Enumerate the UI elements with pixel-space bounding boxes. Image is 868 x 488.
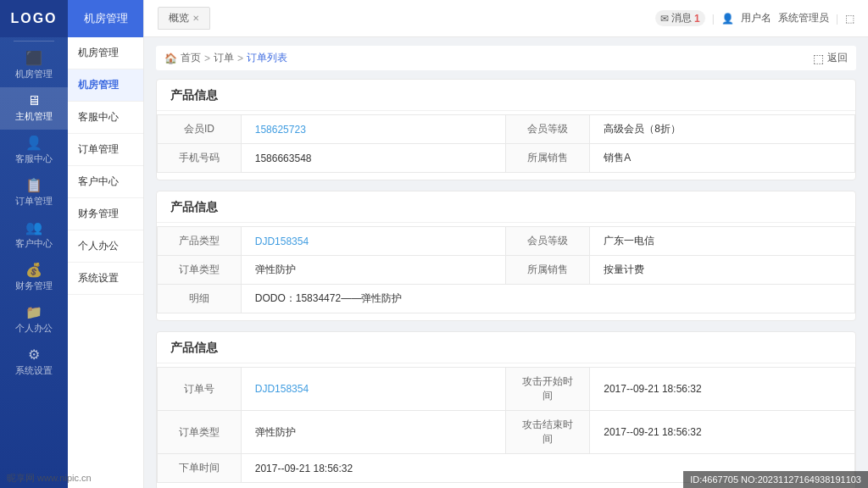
breadcrumb-current: 订单列表 [247,51,287,65]
value-order-no[interactable]: DJD158354 [241,368,506,411]
main-content: 概览 ✕ ✉ 消息 1 | 👤 用户名 系统管理员 | ⬚ 🏠 首页 > 订单 … [144,0,868,488]
label-member-level: 会员等级 [506,115,590,144]
label-attack-start: 攻击开始时间 [506,368,590,411]
machine-icon: ⬛ [25,52,42,65]
label-order-type2: 订单类型 [158,411,242,454]
tab-bar: 概览 ✕ [158,7,210,30]
order-icon: 📋 [25,179,42,192]
sidebar-item-machine[interactable]: ⬛ 机房管理 [0,45,68,87]
sidebar-menu-service[interactable]: 客服中心 [68,102,143,134]
value-sales2: 按量计费 [590,256,855,285]
separator2: | [836,13,838,25]
label-detail: 明细 [158,285,242,313]
finance-icon: 💰 [25,263,42,277]
sidebar-menu-machine2[interactable]: 机房管理 [68,69,143,102]
sidebar-item-service[interactable]: 👤 客服中心 [0,130,68,172]
back-label: 返回 [827,51,848,65]
sidebar-menu-settings[interactable]: 系统设置 [68,263,143,295]
host-icon: 🖥 [27,94,41,108]
table-row: 订单类型 弹性防护 攻击结束时间 2017--09-21 18:56:32 [158,411,855,454]
tab-close-icon[interactable]: ✕ [192,14,199,23]
label-member-id: 会员ID [158,115,242,144]
sidebar-item-customer-label: 客户中心 [15,237,53,250]
value-product-type[interactable]: DJD158354 [241,227,506,256]
table-row: 订单类型 弹性防护 所属销售 按量计费 [158,256,855,285]
customer-icon: 👥 [25,221,42,235]
notification-label: 消息 [671,11,692,25]
watermark: ID:4667705 NO:20231127164938191103 [683,471,868,488]
value-member-id[interactable]: 158625723 [241,115,506,144]
sidebar-menu-machine[interactable]: 机房管理 [68,37,143,69]
breadcrumb-sep2: > [237,53,243,64]
settings-icon: ⚙ [28,348,40,362]
top-bar-right: ✉ 消息 1 | 👤 用户名 系统管理员 | ⬚ [655,10,854,26]
sidebar-item-finance-label: 财务管理 [15,280,53,292]
sidebar-item-order[interactable]: 📋 订单管理 [0,172,68,214]
sidebar-menu-office[interactable]: 个人办公 [68,230,143,263]
table-row: 明细 DODO：15834472——弹性防护 [158,285,855,313]
sidebar-item-machine-label: 机房管理 [15,68,53,80]
sidebar-item-customer[interactable]: 👥 客户中心 [0,214,68,257]
value-attack-end: 2017--09-21 18:56:32 [590,411,855,454]
logo: LOGO [0,0,68,37]
section-1-title: 产品信息 [157,80,855,111]
back-icon: ⬚ [813,52,824,65]
label-phone: 手机号码 [158,144,242,173]
watermark-nipic: 昵享网 www.nipic.cn [0,469,98,488]
sidebar-menu-customer[interactable]: 客户中心 [68,166,143,198]
tab-overview-label: 概览 [169,11,189,25]
label-order-no: 订单号 [158,368,242,411]
back-button[interactable]: ⬚ 返回 [813,51,848,65]
section-1: 产品信息 会员ID 158625723 会员等级 高级会员（8折） 手机号码 1… [156,79,856,180]
breadcrumb-home-icon: 🏠 [164,53,177,64]
nav-divider [14,41,54,42]
office-icon: 📁 [25,306,42,319]
sidebar: 机房管理 机房管理 机房管理 客服中心 订单管理 客户中心 财务管理 个人办公 … [68,0,144,488]
value-detail: DODO：15834472——弹性防护 [241,285,854,313]
sidebar-item-office[interactable]: 📁 个人办公 [0,299,68,341]
sidebar-menu-order[interactable]: 订单管理 [68,134,143,166]
sidebar-item-service-label: 客服中心 [15,152,53,165]
label-member-level2: 会员等级 [506,227,590,256]
value-sales: 销售A [590,144,855,173]
table-row: 产品类型 DJD158354 会员等级 广东一电信 [158,227,855,256]
tab-overview[interactable]: 概览 ✕ [158,7,210,30]
breadcrumb-parent[interactable]: 订单 [214,51,234,65]
value-member-level: 高级会员（8折） [590,115,855,144]
section-2: 产品信息 产品类型 DJD158354 会员等级 广东一电信 订单类型 弹性防护… [156,191,856,321]
user-label[interactable]: 用户名 [741,11,771,25]
section-2-title: 产品信息 [157,191,855,223]
table-row: 手机号码 1586663548 所属销售 销售A [158,144,855,173]
sidebar-item-finance[interactable]: 💰 财务管理 [0,257,68,299]
left-navigation: LOGO ⬛ 机房管理 🖥 主机管理 👤 客服中心 📋 订单管理 👥 客户中心 … [0,0,68,488]
label-sales2: 所属销售 [506,256,590,285]
logout-icon[interactable]: ⬚ [845,13,854,25]
user-icon: 👤 [721,13,734,25]
label-product-type: 产品类型 [158,227,242,256]
sidebar-header: 机房管理 [68,0,143,37]
breadcrumb-home[interactable]: 首页 [181,51,201,65]
sidebar-menu-finance[interactable]: 财务管理 [68,198,143,230]
content-area: 🏠 首页 > 订单 > 订单列表 ⬚ 返回 产品信息 会员ID 15862572… [144,37,868,488]
breadcrumb: 🏠 首页 > 订单 > 订单列表 ⬚ 返回 [156,46,856,70]
section-3-title: 产品信息 [157,332,855,363]
section-3-table: 订单号 DJD158354 攻击开始时间 2017--09-21 18:56:3… [157,367,855,483]
sidebar-item-settings-label: 系统设置 [15,364,53,377]
section-2-table: 产品类型 DJD158354 会员等级 广东一电信 订单类型 弹性防护 所属销售… [157,226,855,313]
table-row: 订单号 DJD158354 攻击开始时间 2017--09-21 18:56:3… [158,368,855,411]
sidebar-item-office-label: 个人办公 [15,322,53,335]
notification-area[interactable]: ✉ 消息 1 [655,10,705,26]
system-label[interactable]: 系统管理员 [778,11,829,25]
value-order-type2: 弹性防护 [241,411,506,454]
label-attack-end: 攻击结束时间 [506,411,590,454]
sidebar-item-host[interactable]: 🖥 主机管理 [0,87,68,130]
sidebar-item-order-label: 订单管理 [15,195,53,208]
table-row: 会员ID 158625723 会员等级 高级会员（8折） [158,115,855,144]
label-sales: 所属销售 [506,144,590,173]
value-phone: 1586663548 [241,144,506,173]
mail-icon: ✉ [660,13,669,25]
value-order-type: 弹性防护 [241,256,506,285]
value-attack-start: 2017--09-21 18:56:32 [590,368,855,411]
sidebar-item-settings[interactable]: ⚙ 系统设置 [0,341,68,384]
value-member-level2: 广东一电信 [590,227,855,256]
